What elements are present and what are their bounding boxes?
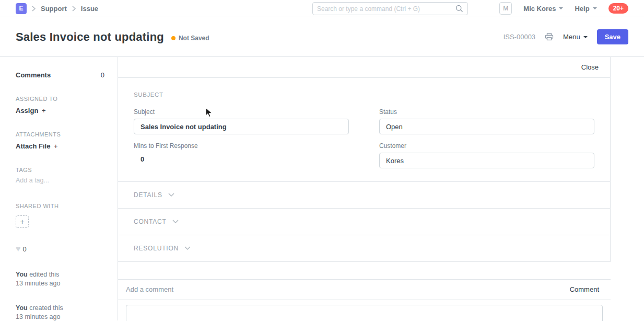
assign-label: Assign bbox=[16, 107, 38, 114]
user-avatar[interactable]: M bbox=[499, 2, 512, 15]
menu-button[interactable]: Menu bbox=[563, 33, 588, 41]
menu-label: Menu bbox=[563, 33, 580, 41]
save-button[interactable]: Save bbox=[597, 29, 628, 44]
chevron-right-icon bbox=[72, 6, 76, 12]
user-menu[interactable]: Mic Kores bbox=[523, 5, 563, 13]
section-details-label: DETAILS bbox=[134, 191, 162, 199]
form-sidebar: Comments 0 ASSIGNED TO Assign + ATTACHME… bbox=[0, 57, 118, 320]
activity-created: You created this 13 minutes ago bbox=[16, 304, 104, 321]
chevron-down-icon bbox=[559, 7, 563, 9]
indicator-label: Not Saved bbox=[179, 35, 209, 42]
chevron-down-icon bbox=[172, 220, 179, 224]
comment-section: Add a comment Comment bbox=[118, 279, 611, 321]
activity-edited: You edited this 13 minutes ago bbox=[16, 270, 104, 288]
assigned-to-heading: ASSIGNED TO bbox=[16, 96, 104, 102]
tags-heading: TAGS bbox=[16, 167, 104, 173]
breadcrumb-issue[interactable]: Issue bbox=[81, 5, 98, 13]
chevron-right-icon bbox=[32, 6, 36, 12]
section-contact-toggle[interactable]: CONTACT bbox=[118, 208, 610, 235]
attach-file-button[interactable]: Attach File + bbox=[16, 142, 104, 150]
activity-actor: You bbox=[16, 271, 28, 278]
section-subject-heading: SUBJECT bbox=[134, 91, 594, 98]
activity-action: created this bbox=[29, 304, 63, 312]
section-contact-label: CONTACT bbox=[134, 218, 167, 225]
global-search[interactable] bbox=[312, 2, 468, 15]
customer-field-label: Customer bbox=[379, 142, 594, 150]
notifications-badge[interactable]: 20+ bbox=[608, 3, 628, 14]
user-name: Mic Kores bbox=[523, 5, 556, 13]
activity-actor: You bbox=[16, 304, 28, 312]
comment-button[interactable]: Comment bbox=[570, 285, 599, 293]
shared-with-heading: SHARED WITH bbox=[16, 203, 104, 209]
breadcrumb-support[interactable]: Support bbox=[41, 5, 67, 13]
heart-icon: ♥ bbox=[16, 245, 21, 253]
comments-label: Comments bbox=[16, 71, 51, 79]
search-icon bbox=[455, 5, 463, 13]
subject-field-label: Subject bbox=[134, 108, 349, 116]
status-field-label: Status bbox=[379, 108, 594, 116]
chevron-down-icon bbox=[168, 193, 174, 197]
chevron-down-icon bbox=[593, 7, 597, 9]
plus-icon: + bbox=[20, 217, 24, 226]
add-comment-prompt[interactable]: Add a comment bbox=[126, 285, 173, 293]
sidebar-item-comments[interactable]: Comments 0 bbox=[16, 71, 104, 79]
help-label: Help bbox=[575, 5, 589, 13]
section-details-toggle[interactable]: DETAILS bbox=[118, 181, 610, 208]
activity-when: 13 minutes ago bbox=[16, 313, 60, 320]
add-tag-input[interactable]: Add a tag... bbox=[16, 177, 104, 184]
section-resolution-label: RESOLUTION bbox=[134, 245, 179, 252]
like-button[interactable]: ♥ 0 bbox=[16, 245, 104, 253]
print-icon[interactable] bbox=[545, 33, 554, 41]
chevron-down-icon bbox=[184, 246, 191, 250]
add-share-button[interactable]: + bbox=[16, 215, 29, 228]
plus-icon: + bbox=[42, 107, 46, 114]
plus-icon: + bbox=[54, 142, 58, 150]
navbar: E Support Issue M Mic Kores Help 20+ bbox=[0, 0, 644, 17]
status-field-input[interactable] bbox=[379, 119, 594, 134]
status-indicator: Not Saved bbox=[171, 35, 209, 42]
activity-when: 13 minutes ago bbox=[16, 280, 60, 287]
assign-button[interactable]: Assign + bbox=[16, 107, 104, 114]
close-button[interactable]: Close bbox=[581, 63, 599, 71]
like-count: 0 bbox=[23, 245, 27, 253]
page-title: Sales Invoice not updating bbox=[16, 30, 164, 44]
section-subject: SUBJECT Subject Mins to First Response 0… bbox=[118, 78, 610, 181]
form-main: Close SUBJECT Subject Mins to First Resp… bbox=[118, 57, 644, 320]
chevron-down-icon bbox=[583, 36, 588, 38]
search-input[interactable] bbox=[313, 5, 455, 13]
help-menu[interactable]: Help bbox=[575, 5, 596, 13]
mins-first-response-label: Mins to First Response bbox=[134, 142, 349, 150]
app-logo[interactable]: E bbox=[16, 3, 27, 14]
form-container: Close SUBJECT Subject Mins to First Resp… bbox=[118, 57, 611, 262]
mins-first-response-value: 0 bbox=[134, 155, 349, 163]
attachments-heading: ATTACHMENTS bbox=[16, 131, 104, 137]
indicator-dot-icon bbox=[171, 36, 175, 40]
customer-field-input[interactable] bbox=[379, 153, 594, 168]
doc-id: ISS-00003 bbox=[504, 33, 535, 41]
page-head: Sales Invoice not updating Not Saved ISS… bbox=[0, 17, 644, 57]
activity-action: edited this bbox=[29, 271, 59, 278]
section-resolution-toggle[interactable]: RESOLUTION bbox=[118, 235, 610, 261]
close-row: Close bbox=[118, 57, 610, 78]
subject-field-input[interactable] bbox=[134, 119, 349, 134]
comments-count: 0 bbox=[101, 71, 104, 79]
comment-textarea[interactable] bbox=[126, 305, 603, 321]
attach-file-label: Attach File bbox=[16, 142, 50, 150]
